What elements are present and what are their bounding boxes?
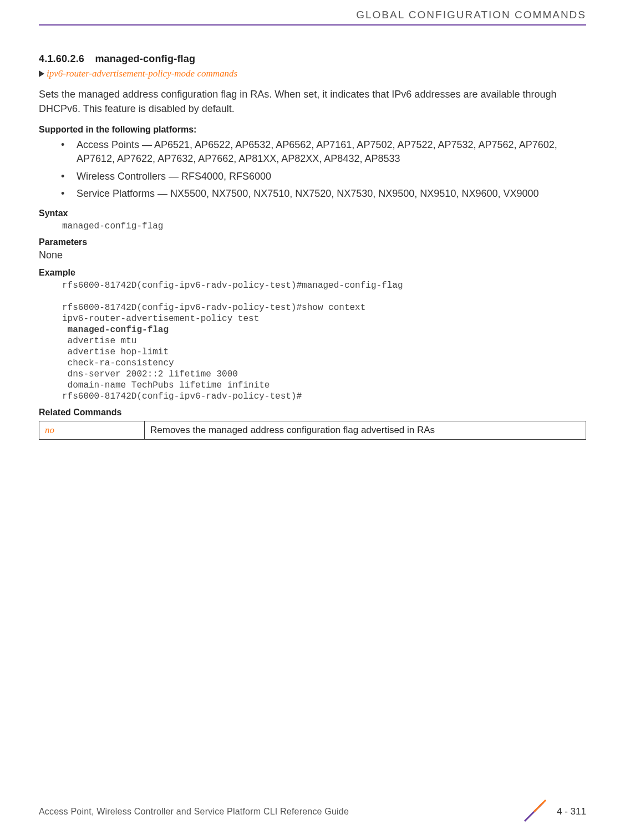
related-commands-table: no Removes the managed address configura… (39, 421, 586, 440)
parameters-value: None (39, 250, 586, 261)
breadcrumb-text[interactable]: ipv6-router-advertisement-policy-mode co… (47, 68, 237, 79)
page-number: 4 - 311 (557, 806, 586, 817)
related-desc: Removes the managed address configuratio… (145, 421, 586, 439)
related-cmd[interactable]: no (39, 421, 145, 439)
syntax-heading: Syntax (39, 208, 586, 218)
code-line: rfs6000-81742D(config-ipv6-radv-policy-t… (62, 303, 365, 313)
footer-right: 4 - 311 (521, 799, 586, 824)
section-description: Sets the managed address configuration f… (39, 87, 586, 116)
svg-marker-0 (39, 70, 44, 77)
list-item: Service Platforms — NX5500, NX7500, NX75… (61, 187, 586, 201)
footer: Access Point, Wireless Controller and Se… (39, 799, 586, 824)
page-container: GLOBAL CONFIGURATION COMMANDS 4.1.60.2.6… (0, 0, 625, 840)
breadcrumb-arrow-icon (39, 70, 44, 77)
code-line: advertise mtu (62, 336, 136, 346)
section-heading: 4.1.60.2.6 managed-config-flag (39, 53, 586, 65)
list-item: Wireless Controllers — RFS4000, RFS6000 (61, 170, 586, 184)
code-line: dns-server 2002::2 lifetime 3000 (62, 369, 238, 379)
table-row: no Removes the managed address configura… (39, 421, 586, 439)
related-heading: Related Commands (39, 408, 586, 418)
chapter-title: GLOBAL CONFIGURATION COMMANDS (356, 9, 586, 21)
code-line: ipv6-router-advertisement-policy test (62, 314, 259, 324)
code-line: domain-name TechPubs lifetime infinite (62, 380, 270, 390)
code-line: rfs6000-81742D(config-ipv6-radv-policy-t… (62, 281, 403, 291)
supported-heading: Supported in the following platforms: (39, 125, 586, 135)
code-line: rfs6000-81742D(config-ipv6-radv-policy-t… (62, 391, 302, 401)
svg-line-2 (534, 800, 546, 812)
footer-doc-title: Access Point, Wireless Controller and Se… (39, 807, 349, 817)
code-line-bold: managed-config-flag (62, 325, 169, 335)
header: GLOBAL CONFIGURATION COMMANDS (39, 0, 586, 21)
section-title-spacer (87, 53, 93, 64)
parameters-heading: Parameters (39, 237, 586, 247)
code-line: check-ra-consistency (62, 358, 174, 368)
list-item: Access Points — AP6521, AP6522, AP6532, … (61, 138, 586, 166)
code-line: advertise hop-limit (62, 347, 169, 357)
supported-list: Access Points — AP6521, AP6522, AP6532, … (39, 138, 586, 201)
breadcrumb: ipv6-router-advertisement-policy-mode co… (39, 68, 586, 79)
syntax-code: managed-config-flag (39, 221, 586, 232)
section-title: managed-config-flag (95, 53, 195, 64)
section-number: 4.1.60.2.6 (39, 53, 84, 64)
example-heading: Example (39, 268, 586, 278)
footer-slash-icon (521, 799, 547, 824)
header-rule (39, 24, 586, 26)
example-code: rfs6000-81742D(config-ipv6-radv-policy-t… (39, 280, 586, 402)
